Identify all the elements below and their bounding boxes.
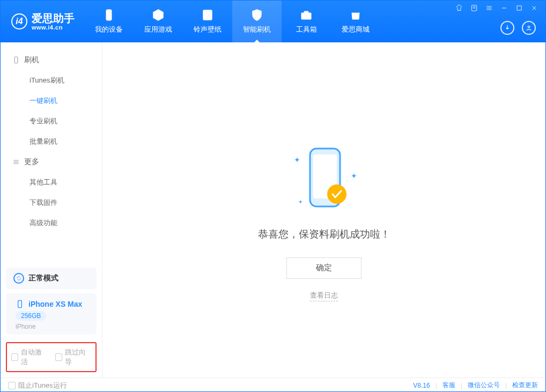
sidebar-item-other-tools[interactable]: 其他工具 xyxy=(1,172,102,193)
feedback-icon[interactable] xyxy=(468,4,480,12)
checkbox-skip-guide[interactable]: 跳过向导 xyxy=(55,347,92,367)
checkbox-auto-activate[interactable]: 自动激活 xyxy=(11,347,48,367)
main-nav: 我的设备 应用游戏 铃声壁纸 智能刷机 工具箱 xyxy=(84,1,380,42)
sparkle-icon: ✦ xyxy=(351,172,357,180)
checkbox-icon xyxy=(8,382,16,389)
svg-point-11 xyxy=(327,184,346,204)
header: i4 爱思助手 www.i4.cn 我的设备 应用游戏 铃声壁纸 xyxy=(1,1,545,42)
sidebar-item-pro-flash[interactable]: 专业刷机 xyxy=(1,111,102,131)
device-type: iPhone xyxy=(16,323,87,330)
toolbox-icon xyxy=(300,9,313,21)
nav-toolbox[interactable]: 工具箱 xyxy=(282,1,331,42)
app-title: 爱思助手 xyxy=(32,12,75,24)
shield-sync-icon xyxy=(250,9,263,21)
header-actions xyxy=(500,21,536,35)
cube-icon xyxy=(152,9,165,21)
sidebar-section-flash: 刷机 xyxy=(1,50,102,70)
sparkle-icon: ✦ xyxy=(294,156,300,164)
main-content: ✦ ✦ ✦ 恭喜您，保资料刷机成功啦！ 确定 查看日志 xyxy=(102,42,545,378)
svg-rect-7 xyxy=(14,57,18,63)
footer: 阻止iTunes运行 V8.16 | 客服 | 微信公众号 | 检查更新 xyxy=(1,378,545,392)
checkbox-block-itunes[interactable]: 阻止iTunes运行 xyxy=(8,381,67,390)
check-update-link[interactable]: 检查更新 xyxy=(512,381,538,390)
svg-rect-3 xyxy=(304,11,308,13)
checkbox-icon xyxy=(11,353,18,361)
app-subtitle: www.i4.cn xyxy=(32,24,75,31)
wechat-link[interactable]: 微信公众号 xyxy=(468,381,500,390)
nav-my-device[interactable]: 我的设备 xyxy=(84,1,134,42)
nav-apps-games[interactable]: 应用游戏 xyxy=(134,1,183,42)
sidebar-item-advanced[interactable]: 高级功能 xyxy=(1,213,102,233)
device-phone-icon xyxy=(16,300,24,308)
sidebar-item-download-firmware[interactable]: 下载固件 xyxy=(1,193,102,213)
svg-rect-0 xyxy=(106,10,112,20)
maximize-button[interactable] xyxy=(513,4,525,12)
sidebar: 刷机 iTunes刷机 一键刷机 专业刷机 批量刷机 更多 其他工具 下载固件 … xyxy=(1,42,102,378)
nav-ringtone-wallpaper[interactable]: 铃声壁纸 xyxy=(183,1,232,42)
device-info-block[interactable]: iPhone XS Max 256GB iPhone xyxy=(6,293,97,335)
confirm-button[interactable]: 确定 xyxy=(286,257,361,279)
phone-icon xyxy=(102,9,115,21)
bag-icon xyxy=(349,9,362,21)
version-label: V8.16 xyxy=(413,382,430,389)
sparkle-icon: ✦ xyxy=(298,199,302,205)
success-message: 恭喜您，保资料刷机成功啦！ xyxy=(258,227,390,241)
music-icon xyxy=(201,9,214,21)
svg-rect-5 xyxy=(517,6,521,10)
sidebar-item-itunes-flash[interactable]: iTunes刷机 xyxy=(1,70,102,91)
support-link[interactable]: 客服 xyxy=(442,381,455,390)
checkbox-icon xyxy=(55,353,62,361)
device-mode: 正常模式 xyxy=(28,273,58,283)
nav-store[interactable]: 爱思商城 xyxy=(331,1,380,42)
minimize-button[interactable] xyxy=(498,4,510,12)
logo[interactable]: i4 爱思助手 www.i4.cn xyxy=(1,1,84,42)
user-button[interactable] xyxy=(522,21,536,35)
download-button[interactable] xyxy=(500,21,514,35)
close-button[interactable] xyxy=(528,4,540,12)
sidebar-item-oneclick-flash[interactable]: 一键刷机 xyxy=(1,91,102,111)
menu-icon[interactable] xyxy=(483,4,495,12)
list-icon xyxy=(12,158,20,166)
logo-icon: i4 xyxy=(11,13,27,29)
success-illustration: ✦ ✦ ✦ xyxy=(286,140,361,216)
phone-outline-icon xyxy=(12,56,20,64)
sidebar-item-batch-flash[interactable]: 批量刷机 xyxy=(1,131,102,152)
device-mode-block[interactable]: 正常模式 xyxy=(6,268,97,289)
nav-smart-flash[interactable]: 智能刷机 xyxy=(232,1,282,42)
device-capacity: 256GB xyxy=(16,311,46,321)
skin-icon[interactable] xyxy=(453,4,465,12)
svg-rect-2 xyxy=(301,13,311,19)
window-controls xyxy=(453,4,540,12)
sync-icon xyxy=(13,273,24,284)
flash-options-highlight: 自动激活 跳过向导 xyxy=(6,342,97,372)
svg-rect-8 xyxy=(18,300,22,307)
sidebar-section-more: 更多 xyxy=(1,152,102,172)
view-log-link[interactable]: 查看日志 xyxy=(310,291,338,301)
device-name: iPhone XS Max xyxy=(28,300,82,308)
svg-point-6 xyxy=(528,26,530,28)
